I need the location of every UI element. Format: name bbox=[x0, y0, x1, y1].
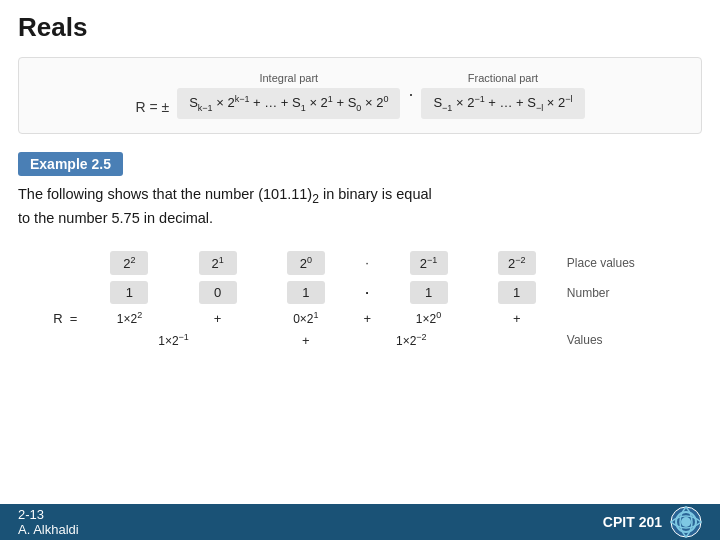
page-number: 2-13 bbox=[18, 507, 44, 522]
val-cont-2: 1×2−2 bbox=[350, 329, 473, 351]
example-subscript: 2 bbox=[312, 192, 319, 206]
place-row-label bbox=[18, 248, 85, 278]
pv-dot: · bbox=[350, 248, 385, 278]
integral-group: Integral part Sk−1 × 2k−1 + … + S1 × 21 … bbox=[177, 72, 400, 119]
num-cell-4: 1 bbox=[384, 278, 472, 307]
val-cont-1: 1×2−1 bbox=[85, 329, 261, 351]
val-cell-3: 1×20 bbox=[384, 307, 472, 329]
pv-cell-3: 20 bbox=[262, 248, 350, 278]
university-logo bbox=[670, 506, 702, 538]
num-cell-2: 0 bbox=[174, 278, 262, 307]
pv-cell-1: 22 bbox=[85, 248, 173, 278]
pv-cell-2: 21 bbox=[174, 248, 262, 278]
binary-table: 22 21 20 · 2−1 2−2 Place values 1 0 1 · … bbox=[18, 248, 702, 351]
footer: 2-13 A. Alkhaldi CPIT 201 bbox=[0, 504, 720, 540]
author-name: A. Alkhaldi bbox=[18, 522, 79, 537]
course-code: CPIT 201 bbox=[603, 514, 662, 530]
example-text-part1: The following shows that the number (101… bbox=[18, 186, 312, 202]
fractional-expr: S−1 × 2−1 + … + S−l × 2−l bbox=[421, 88, 584, 119]
place-value-table: 22 21 20 · 2−1 2−2 Place values 1 0 1 · … bbox=[18, 248, 702, 351]
decimal-dot: · bbox=[408, 84, 413, 119]
number-row-label bbox=[18, 278, 85, 307]
footer-left: 2-13 A. Alkhaldi bbox=[18, 507, 79, 537]
pv-side-label: Place values bbox=[561, 248, 702, 278]
fractional-group: Fractional part S−1 × 2−1 + … + S−l × 2−… bbox=[421, 72, 584, 119]
val-side-label bbox=[561, 307, 702, 329]
pv-cell-4: 2−1 bbox=[384, 248, 472, 278]
formula-section: R = ± Integral part Sk−1 × 2k−1 + … + S1… bbox=[18, 57, 702, 134]
values-row-cont: 1×2−1 + 1×2−2 Values bbox=[18, 329, 702, 351]
example-description: The following shows that the number (101… bbox=[18, 184, 702, 230]
number-row: 1 0 1 · 1 1 Number bbox=[18, 278, 702, 307]
val-plus-4: + bbox=[262, 329, 350, 351]
page-title: Reals bbox=[0, 0, 720, 49]
example-badge: Example 2.5 bbox=[18, 152, 123, 176]
r-equals: R = ± bbox=[135, 99, 169, 119]
num-cell-3: 1 bbox=[262, 278, 350, 307]
values-r-label: R = bbox=[18, 307, 85, 329]
values-r-label-cont bbox=[18, 329, 85, 351]
num-dot: · bbox=[350, 278, 385, 307]
val-cell-1: 1×22 bbox=[85, 307, 173, 329]
integral-expr: Sk−1 × 2k−1 + … + S1 × 21 + S0 × 20 bbox=[177, 88, 400, 119]
val-cell-2: 0×21 bbox=[262, 307, 350, 329]
pv-cell-5: 2−2 bbox=[473, 248, 561, 278]
val-side-label-cont: Values bbox=[561, 329, 702, 351]
num-side-label: Number bbox=[561, 278, 702, 307]
svg-point-2 bbox=[681, 517, 691, 527]
num-cell-5: 1 bbox=[473, 278, 561, 307]
num-cell-1: 1 bbox=[85, 278, 173, 307]
fractional-label: Fractional part bbox=[468, 72, 538, 84]
val-plus-3: + bbox=[473, 307, 561, 329]
integral-label: Integral part bbox=[259, 72, 318, 84]
place-values-row: 22 21 20 · 2−1 2−2 Place values bbox=[18, 248, 702, 278]
example-text-part2: in binary is equal bbox=[319, 186, 432, 202]
values-row: R = 1×22 + 0×21 + 1×20 + bbox=[18, 307, 702, 329]
val-plus-2: + bbox=[350, 307, 385, 329]
footer-right: CPIT 201 bbox=[603, 506, 702, 538]
val-plus-1: + bbox=[174, 307, 262, 329]
example-text-part3: to the number 5.75 in decimal. bbox=[18, 210, 213, 226]
